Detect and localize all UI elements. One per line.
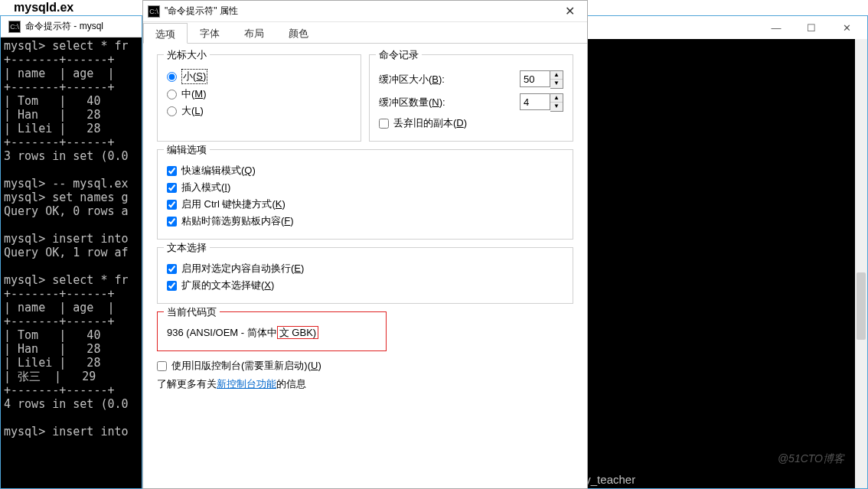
quick-edit-row[interactable]: 快速编辑模式(Q) [167, 164, 563, 178]
buffer-size-label: 缓冲区大小(B): [379, 73, 520, 86]
close-icon[interactable]: ✕ [553, 1, 587, 22]
tab-font[interactable]: 字体 [188, 22, 232, 43]
front-console-title: 命令提示符 - mysql [25, 20, 103, 33]
wrap-row[interactable]: 启用对选定内容自动换行(E) [167, 262, 563, 275]
paste-filter-row[interactable]: 粘贴时筛选剪贴板内容(F) [167, 214, 563, 228]
spinner-up-icon[interactable]: ▲ [550, 94, 563, 103]
codepage-legend: 当前代码页 [164, 305, 220, 319]
front-console-titlebar[interactable]: C:\ 命令提示符 - mysql [1, 16, 142, 37]
buffer-count-input[interactable] [520, 93, 550, 110]
paste-filter-checkbox[interactable] [167, 217, 177, 227]
terminal-output[interactable]: mysql> select * fr +-------+------+ | na… [1, 37, 142, 440]
cursor-small-radio[interactable] [167, 72, 177, 82]
text-select-legend: 文本选择 [164, 241, 210, 255]
new-console-link[interactable]: 新控制台功能 [217, 378, 276, 390]
buffer-count-spinner[interactable]: ▲▼ [520, 93, 563, 112]
spinner-up-icon[interactable]: ▲ [550, 71, 563, 80]
codepage-value: 936 (ANSI/OEM - 简体中文 GBK) [167, 323, 377, 343]
codepage-highlight: 文 GBK) [277, 326, 318, 339]
watermark: @51CTO博客 [778, 452, 844, 465]
cmd-icon: C:\ [8, 21, 21, 33]
tab-strip: 选项 字体 布局 颜色 [143, 22, 587, 44]
cursor-size-group: 光标大小 小(S) 中(M) 大(L) [157, 54, 361, 142]
more-info-text: 了解更多有关新控制台功能的信息 [157, 377, 573, 391]
ctrl-shortcut-row[interactable]: 启用 Ctrl 键快捷方式(K) [167, 197, 563, 211]
tab-layout[interactable]: 布局 [232, 22, 276, 43]
spinner-down-icon[interactable]: ▼ [550, 80, 563, 88]
cursor-large-row[interactable]: 大(L) [167, 104, 351, 118]
edit-options-group: 编辑选项 快速编辑模式(Q) 插入模式(I) 启用 Ctrl 键快捷方式(K) … [157, 149, 573, 240]
edit-options-legend: 编辑选项 [164, 143, 210, 157]
ctrl-shortcut-checkbox[interactable] [167, 200, 177, 210]
properties-dialog: C:\ "命令提示符" 属性 ✕ 选项 字体 布局 颜色 光标大小 小(S) 中… [142, 0, 588, 489]
cursor-medium-radio[interactable] [167, 90, 177, 99]
dialog-titlebar[interactable]: C:\ "命令提示符" 属性 ✕ [143, 1, 587, 22]
history-group: 命令记录 缓冲区大小(B): ▲▼ 缓冲区数量(N): ▲▼ [369, 54, 573, 142]
codepage-group: 当前代码页 936 (ANSI/OEM - 简体中文 GBK) [157, 311, 387, 351]
scrollbar[interactable] [855, 39, 867, 488]
ext-select-row[interactable]: 扩展的文本选择键(X) [167, 279, 563, 292]
insert-mode-checkbox[interactable] [167, 183, 177, 193]
buffer-size-spinner[interactable]: ▲▼ [520, 70, 563, 89]
history-legend: 命令记录 [376, 48, 422, 62]
legacy-console-checkbox[interactable] [157, 361, 167, 371]
cursor-small-row[interactable]: 小(S) [167, 69, 351, 84]
discard-checkbox[interactable] [379, 119, 389, 129]
cmd-icon: C:\ [148, 5, 160, 18]
buffer-size-input[interactable] [520, 70, 550, 87]
buffer-count-label: 缓冲区数量(N): [379, 96, 520, 109]
tab-color[interactable]: 颜色 [276, 22, 321, 43]
cursor-size-legend: 光标大小 [164, 48, 210, 62]
cursor-large-radio[interactable] [167, 106, 177, 116]
spinner-down-icon[interactable]: ▼ [550, 103, 563, 111]
minimize-button[interactable]: — [759, 16, 794, 39]
maximize-button[interactable]: ☐ [794, 16, 829, 39]
legacy-console-row[interactable]: 使用旧版控制台(需要重新启动)(U) [157, 359, 573, 373]
close-button[interactable]: ✕ [829, 16, 864, 39]
dialog-content: 光标大小 小(S) 中(M) 大(L) 命令记录 缓冲区大小(B): [143, 44, 587, 402]
cursor-medium-row[interactable]: 中(M) [167, 87, 351, 101]
quick-edit-checkbox[interactable] [167, 166, 177, 176]
dialog-title: "命令提示符" 属性 [165, 5, 238, 18]
wrap-checkbox[interactable] [167, 264, 177, 274]
insert-mode-row[interactable]: 插入模式(I) [167, 181, 563, 194]
tab-options[interactable]: 选项 [143, 23, 188, 44]
text-select-group: 文本选择 启用对选定内容自动换行(E) 扩展的文本选择键(X) [157, 247, 573, 304]
scrollbar-thumb[interactable] [857, 272, 866, 340]
discard-row[interactable]: 丢弃旧的副本(D) [379, 116, 563, 130]
ext-select-checkbox[interactable] [167, 281, 177, 291]
front-console-window: C:\ 命令提示符 - mysql mysql> select * fr +--… [0, 15, 142, 489]
